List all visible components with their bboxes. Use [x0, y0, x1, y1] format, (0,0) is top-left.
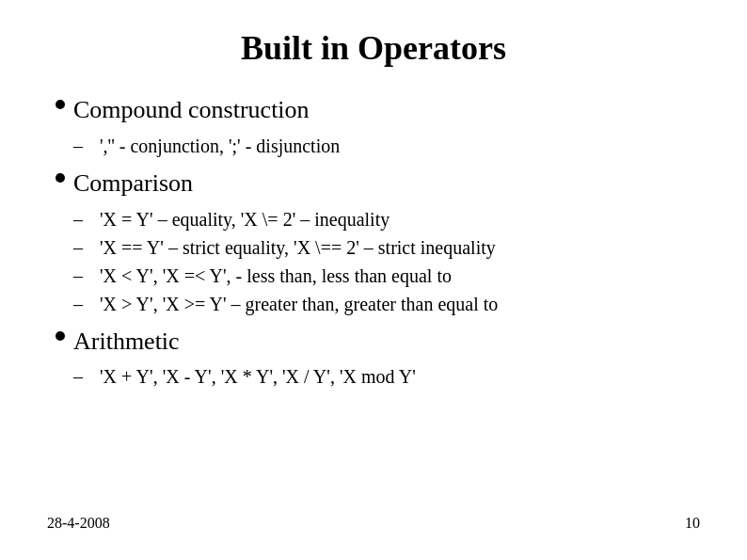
sub-item-comparison-3: – 'X > Y', 'X >= Y' – greater than, grea… — [73, 292, 700, 317]
bullet-circle — [56, 100, 65, 109]
sub-dash-c1: – — [73, 235, 100, 259]
slide-content: Compound construction – ','' - conjuncti… — [47, 94, 700, 507]
bullet-compound-label: Compound construction — [73, 94, 310, 126]
sub-item-compound-0: – ','' - conjunction, ';' - disjunction — [73, 134, 700, 159]
sub-dash: – — [73, 134, 100, 157]
sub-items-arithmetic: – 'X + Y', 'X - Y', 'X * Y', 'X / Y', 'X… — [73, 364, 700, 392]
sub-text-comparison-1: 'X == Y' – strict equality, 'X \== 2' – … — [100, 235, 496, 261]
sub-items-compound: – ','' - conjunction, ';' - disjunction — [73, 134, 700, 162]
sub-text-compound-0: ','' - conjunction, ';' - disjunction — [100, 134, 340, 159]
slide-title: Built in Operators — [47, 28, 700, 68]
sub-item-comparison-2: – 'X < Y', 'X =< Y', - less than, less t… — [73, 264, 700, 289]
sub-items-comparison: – 'X = Y' – equality, 'X \= 2' – inequal… — [73, 207, 700, 320]
sub-text-arithmetic-0: 'X + Y', 'X - Y', 'X * Y', 'X / Y', 'X m… — [100, 364, 416, 390]
sub-dash-a0: – — [73, 364, 100, 388]
sub-item-arithmetic-0: – 'X + Y', 'X - Y', 'X * Y', 'X / Y', 'X… — [73, 364, 700, 390]
sub-text-comparison-0: 'X = Y' – equality, 'X \= 2' – inequalit… — [100, 207, 389, 232]
sub-dash-c3: – — [73, 292, 100, 315]
bullet-dot-compound — [47, 94, 73, 109]
bullet-arithmetic-label: Arithmetic — [73, 326, 180, 358]
bullet-circle-3 — [56, 331, 65, 341]
slide-footer: 28-4-2008 10 — [47, 507, 700, 532]
sub-text-comparison-2: 'X < Y', 'X =< Y', - less than, less tha… — [100, 264, 452, 289]
sub-item-comparison-0: – 'X = Y' – equality, 'X \= 2' – inequal… — [73, 207, 700, 232]
bullet-dot-comparison — [47, 168, 73, 183]
slide: Built in Operators Compound construction… — [0, 0, 747, 560]
bullet-arithmetic: Arithmetic — [47, 326, 700, 358]
sub-dash-c0: – — [73, 207, 100, 231]
footer-page: 10 — [685, 515, 700, 532]
bullet-compound: Compound construction — [47, 94, 700, 126]
bullet-comparison-label: Comparison — [73, 168, 193, 200]
bullet-dot-arithmetic — [47, 326, 73, 341]
sub-text-comparison-3: 'X > Y', 'X >= Y' – greater than, greate… — [100, 292, 498, 317]
bullet-comparison: Comparison — [47, 168, 700, 200]
bullet-circle-2 — [56, 173, 65, 183]
sub-item-comparison-1: – 'X == Y' – strict equality, 'X \== 2' … — [73, 235, 700, 261]
footer-date: 28-4-2008 — [47, 515, 110, 532]
sub-dash-c2: – — [73, 264, 100, 287]
